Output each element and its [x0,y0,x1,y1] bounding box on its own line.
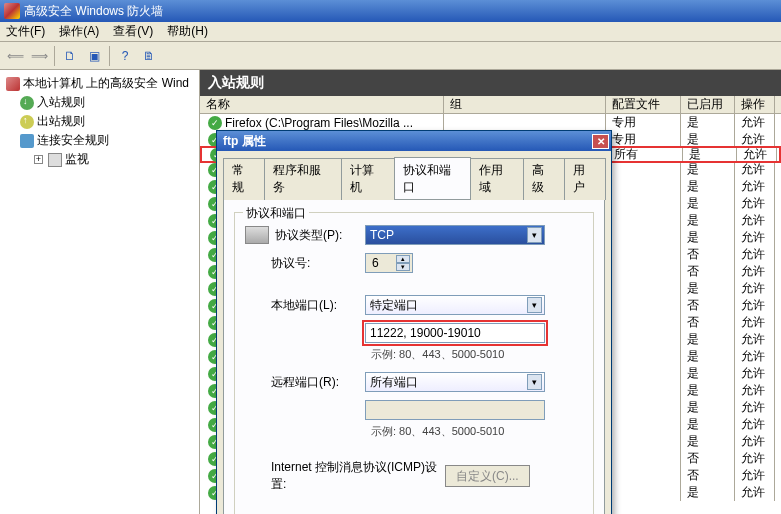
toolbar-separator [54,46,55,66]
tab-programs[interactable]: 程序和服务 [264,158,342,200]
protocol-type-combo[interactable]: TCP ▾ [365,225,545,245]
tree-inbound[interactable]: 入站规则 [2,93,197,112]
tab-panel: 协议和端口 协议类型(P): TCP ▾ 协议号: 6 ▴▾ [223,199,605,514]
tab-general[interactable]: 常规 [223,158,265,200]
tab-advanced[interactable]: 高级 [523,158,565,200]
refresh-button[interactable]: 🗋 [59,45,81,67]
local-port-type-value: 特定端口 [370,297,418,314]
filter-button[interactable]: ▣ [83,45,105,67]
groupbox-title: 协议和端口 [243,205,309,222]
rule-action: 允许 [735,399,775,416]
rule-action: 允许 [735,314,775,331]
col-action[interactable]: 操作 [735,96,775,113]
rule-action: 允许 [735,263,775,280]
content-header: 入站规则 [200,70,781,96]
remote-port-input [365,400,545,420]
rule-enabled: 是 [681,416,735,433]
remote-port-example: 示例: 80、443、5000-5010 [245,424,583,439]
dialog-titlebar[interactable]: ftp 属性 ✕ [217,131,611,151]
menu-action[interactable]: 操作(A) [59,23,99,40]
spin-down-icon: ▾ [396,263,410,271]
rule-action: 允许 [735,229,775,246]
inbound-icon [20,96,34,110]
rule-enabled: 是 [681,195,735,212]
tab-scope[interactable]: 作用域 [470,158,524,200]
remote-port-label: 远程端口(R): [245,374,365,391]
tab-computers[interactable]: 计算机 [341,158,395,200]
rule-action: 允许 [735,114,775,131]
help-button[interactable]: ? [114,45,136,67]
rule-enabled: 否 [681,467,735,484]
firewall-icon [6,77,20,91]
spin-up-icon: ▴ [396,255,410,263]
expand-icon[interactable]: + [34,155,43,164]
rule-enabled: 否 [681,297,735,314]
rule-enabled: 是 [681,161,735,178]
tree-root[interactable]: 本地计算机 上的高级安全 Wind [2,74,197,93]
local-port-type-combo[interactable]: 特定端口 ▾ [365,295,545,315]
icmp-label: Internet 控制消息协议(ICMP)设置: [245,459,445,493]
protocol-num-label: 协议号: [245,255,365,272]
rule-enabled: 否 [681,246,735,263]
rule-enabled: 是 [681,433,735,450]
protocol-num-spinner: 6 ▴▾ [365,253,413,273]
export-button[interactable]: 🗎 [138,45,160,67]
tree-monitor-label: 监视 [65,151,89,168]
tab-strip: 常规 程序和服务 计算机 协议和端口 作用域 高级 用户 [217,151,611,199]
rule-action: 允许 [735,246,775,263]
forward-button: ⟹ [28,45,50,67]
rule-enabled: 否 [681,450,735,467]
firewall-icon [4,3,20,19]
monitor-icon [48,153,62,167]
tab-protocols[interactable]: 协议和端口 [394,157,472,199]
rule-action: 允许 [735,212,775,229]
rule-name: Firefox (C:\Program Files\Mozilla ... [225,116,413,130]
rule-enabled: 是 [681,229,735,246]
col-enabled[interactable]: 已启用 [681,96,735,113]
remote-port-type-combo[interactable]: 所有端口 ▾ [365,372,545,392]
back-button: ⟸ [4,45,26,67]
rule-enabled: 是 [681,280,735,297]
rule-action: 允许 [735,161,775,178]
window-title: 高级安全 Windows 防火墙 [24,3,163,20]
rule-enabled: 是 [681,365,735,382]
menu-file[interactable]: 文件(F) [6,23,45,40]
rule-action: 允许 [735,467,775,484]
chevron-down-icon: ▾ [527,227,542,243]
tree-outbound[interactable]: 出站规则 [2,112,197,131]
local-port-input[interactable]: 11222, 19000-19010 [365,323,545,343]
col-profile[interactable]: 配置文件 [606,96,681,113]
rule-action: 允许 [735,280,775,297]
rule-action: 允许 [735,450,775,467]
rule-enabled: 是 [681,114,735,131]
tab-users[interactable]: 用户 [564,158,606,200]
chevron-down-icon: ▾ [527,297,542,313]
connsec-icon [20,134,34,148]
local-port-example: 示例: 80、443、5000-5010 [245,347,583,362]
rule-action: 允许 [735,382,775,399]
rule-enabled: 是 [683,148,737,161]
menu-view[interactable]: 查看(V) [113,23,153,40]
close-button[interactable]: ✕ [592,134,609,149]
rule-action: 允许 [735,365,775,382]
toolbar: ⟸ ⟹ 🗋 ▣ ? 🗎 [0,42,781,70]
rule-group [444,114,606,131]
tree-connsec[interactable]: 连接安全规则 [2,131,197,150]
rule-action: 允许 [735,195,775,212]
rule-action: 允许 [735,297,775,314]
rule-action: 允许 [735,416,775,433]
menu-help[interactable]: 帮助(H) [167,23,208,40]
table-row[interactable]: ✓Firefox (C:\Program Files\Mozilla ... 专… [200,114,781,131]
tree-monitor[interactable]: + 监视 [2,150,197,169]
rule-enabled: 是 [681,382,735,399]
content-pane: 入站规则 名称 组 配置文件 已启用 操作 ✓Firefox (C:\Progr… [200,70,781,514]
menu-bar: 文件(F) 操作(A) 查看(V) 帮助(H) [0,22,781,42]
rule-profile: 所有 [608,148,683,161]
col-name[interactable]: 名称 [200,96,444,113]
toolbar-separator [109,46,110,66]
col-group[interactable]: 组 [444,96,606,113]
tree-connsec-label: 连接安全规则 [37,132,109,149]
rule-action: 允许 [735,433,775,450]
protocol-num-value: 6 [372,256,379,270]
remote-port-type-value: 所有端口 [370,374,418,391]
